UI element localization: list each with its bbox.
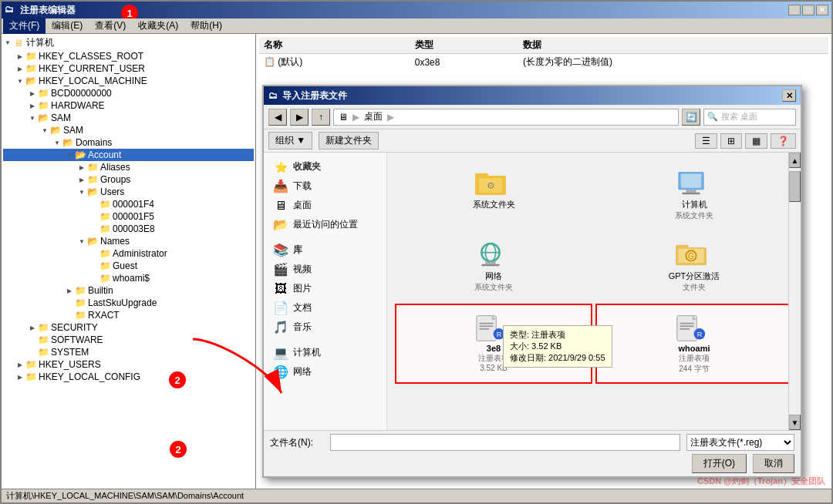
tree-node-domains[interactable]: ▼ 📂 Domains <box>3 136 254 149</box>
file-computer[interactable]: 计算机 系统文件夹 <box>595 160 793 229</box>
tree-node-sam2[interactable]: ▼ 📂 SAM <box>3 112 254 124</box>
network-file-name: 网络 <box>485 270 502 282</box>
computer-file-type: 系统文件夹 <box>675 210 713 221</box>
tree-node-f5[interactable]: 📁 000001F5 <box>3 210 254 223</box>
tree-node-whoami[interactable]: 📁 whoami$ <box>3 272 254 284</box>
back-button[interactable]: ◀ <box>268 109 287 126</box>
tree-node-f4[interactable]: 📁 000001F4 <box>3 198 254 210</box>
file-whoami[interactable]: R whoami 注册表项 244 字节 <box>595 304 793 384</box>
tree-node-groups[interactable]: ▶ 📁 Groups <box>3 173 254 186</box>
detail-table: 名称 类型 数据 📋 (默认) 0x3e8 (长度为零的二进制值) <box>259 37 828 70</box>
filename-input[interactable] <box>330 434 680 451</box>
tree-node-sam3[interactable]: ▼ 📂 SAM <box>3 124 254 136</box>
help-button[interactable]: ❓ <box>771 133 796 149</box>
arrow-sam2: ▼ <box>28 113 37 123</box>
folder-icon-users: 📂 <box>86 186 99 197</box>
tree-node-hardware[interactable]: ▶ 📁 HARDWARE <box>3 99 254 112</box>
sidebar-pictures-label: 图片 <box>293 282 312 295</box>
menu-file[interactable]: 文件(F) <box>3 18 46 34</box>
tree-node-hkcr[interactable]: ▶ 📁 HKEY_CLASSES_ROOT <box>3 50 254 62</box>
tree-node-hku[interactable]: ▶ 📁 HKEY_USERS <box>3 358 254 371</box>
tree-node-hklm[interactable]: ▼ 📂 HKEY_LOCAL_MACHINE <box>3 75 254 87</box>
tree-node-builtin[interactable]: ▶ 📁 Builtin <box>3 284 254 297</box>
open-button[interactable]: 打开(O) <box>692 454 747 473</box>
cancel-button[interactable]: 取消 <box>753 454 794 473</box>
tree-node-hkcu[interactable]: ▶ 📁 HKEY_CURRENT_USER <box>3 62 254 75</box>
tree-node-bcd[interactable]: ▶ 📁 BCD00000000 <box>3 87 254 99</box>
tree-root[interactable]: ▼ 🖥 计算机 <box>3 35 254 50</box>
file-network[interactable]: 网络 系统文件夹 <box>395 232 592 301</box>
close-button[interactable]: ✕ <box>816 5 828 15</box>
folder-icon-hkcu: 📁 <box>25 63 37 74</box>
dialog-close-button[interactable]: ✕ <box>782 89 796 102</box>
tree-node-users[interactable]: ▼ 📂 Users <box>3 186 254 198</box>
forward-button[interactable]: ▶ <box>290 109 309 126</box>
sidebar-documents[interactable]: 📄 文档 <box>264 298 386 318</box>
tree-node-e8[interactable]: 📁 000003E8 <box>3 223 254 235</box>
menu-favorites[interactable]: 收藏夹(A) <box>132 18 184 34</box>
arrow-f4 <box>89 200 99 209</box>
step-badge-2-absolute: 2 <box>170 441 187 458</box>
svg-text:R: R <box>697 331 703 338</box>
tree-label-f4: 000001F4 <box>113 199 154 210</box>
view-details-button[interactable]: ☰ <box>695 133 717 149</box>
minimize-button[interactable]: _ <box>788 5 801 15</box>
menu-help[interactable]: 帮助(H) <box>184 18 228 34</box>
sidebar-music-label: 音乐 <box>293 321 312 334</box>
file-gpt[interactable]: G GPT分区激活 文件夹 <box>595 232 793 301</box>
sidebar-network[interactable]: 🌐 网络 <box>264 362 386 381</box>
col-name: 名称 <box>259 37 410 54</box>
tree-node-account[interactable]: ▼ 📂 Account <box>3 149 254 161</box>
table-row[interactable]: 📋 (默认) 0x3e8 (长度为零的二进制值) <box>259 54 828 71</box>
maximize-button[interactable]: □ <box>802 5 814 15</box>
dialog-toolbar: ◀ ▶ ↑ 🖥 ▶ 桌面 ▶ 🔄 🔍 搜索 桌面 <box>264 105 801 129</box>
organize-button[interactable]: 组织 ▼ <box>268 132 312 150</box>
main-window: 🗂 注册表编辑器 _ □ ✕ 1 文件(F) 编辑(E) 查看(V) 收藏夹(A… <box>0 0 833 504</box>
sidebar-favorites: ⭐ 收藏夹 <box>264 157 386 176</box>
tree-node-hklc[interactable]: ▶ 📁 HKEY_LOCAL_CONFIG <box>3 371 254 383</box>
tree-node-rxact[interactable]: 📁 RXACT <box>3 309 254 321</box>
cell-name: 📋 (默认) <box>259 54 410 71</box>
sidebar-download[interactable]: 📥 下载 <box>264 176 386 196</box>
tree-node-system[interactable]: 📁 SYSTEM <box>3 346 254 358</box>
arrow-guest <box>89 261 99 270</box>
file-system-folder[interactable]: ⚙ 系统文件夹 <box>395 160 592 229</box>
tree-node-software[interactable]: 📁 SOFTWARE <box>3 334 254 346</box>
path-icon: 🖥 <box>339 112 348 123</box>
system-folder-name: 系统文件夹 <box>473 199 515 210</box>
tree-label-names: Names <box>100 236 130 247</box>
filetype-select[interactable]: 注册表文件(*.reg) <box>686 434 794 451</box>
arrow-hkcr: ▶ <box>15 52 25 61</box>
reg-3e8-name: 3e8 <box>487 344 501 353</box>
menu-edit[interactable]: 编辑(E) <box>46 18 89 34</box>
search-bar[interactable]: 🔍 搜索 桌面 <box>703 109 796 126</box>
refresh-button[interactable]: 🔄 <box>682 109 700 126</box>
tree-node-aliases[interactable]: ▶ 📁 Aliases <box>3 161 254 173</box>
reg-whoami-name: whoami <box>679 344 710 353</box>
sidebar-pictures[interactable]: 🖼 图片 <box>264 279 386 298</box>
tooltip-size: 大小: 3.52 KB <box>510 341 605 352</box>
sidebar-video[interactable]: 🎬 视频 <box>264 260 386 279</box>
tree-node-admin[interactable]: 📁 Administrator <box>3 247 254 260</box>
status-text: 计算机\HKEY_LOCAL_MACHINE\SAM\SAM\Domains\A… <box>6 490 244 502</box>
path-bar[interactable]: 🖥 ▶ 桌面 ▶ <box>333 109 679 126</box>
sidebar-recent[interactable]: 📂 最近访问的位置 <box>264 215 386 234</box>
folder-icon-root: 🖥 <box>12 38 25 49</box>
sidebar-computer[interactable]: 💻 计算机 <box>264 343 386 362</box>
computer-file-icon <box>676 168 707 199</box>
up-button[interactable]: ↑ <box>312 109 330 126</box>
sidebar-desktop[interactable]: 🖥 桌面 <box>264 196 386 215</box>
tree-node-names[interactable]: ▼ 📂 Names <box>3 235 254 247</box>
new-folder-button[interactable]: 新建文件夹 <box>319 132 379 150</box>
menu-view[interactable]: 查看(V) <box>89 18 132 34</box>
sidebar-music[interactable]: 🎵 音乐 <box>264 318 386 337</box>
tree-node-security[interactable]: ▶ 📁 SECURITY <box>3 321 254 334</box>
tree-node-lastsku[interactable]: 📁 LastSkuUpgrade <box>3 297 254 309</box>
arrow-builtin: ▶ <box>65 286 74 295</box>
view-icons-button[interactable]: ⊞ <box>720 133 742 149</box>
arrow-software <box>28 335 37 344</box>
tree-label-builtin: Builtin <box>88 285 113 296</box>
view-preview-button[interactable]: ▦ <box>745 133 767 149</box>
tree-node-guest[interactable]: 📁 Guest <box>3 260 254 272</box>
dialog-scrollbar[interactable]: ▲ ▼ <box>788 153 801 430</box>
